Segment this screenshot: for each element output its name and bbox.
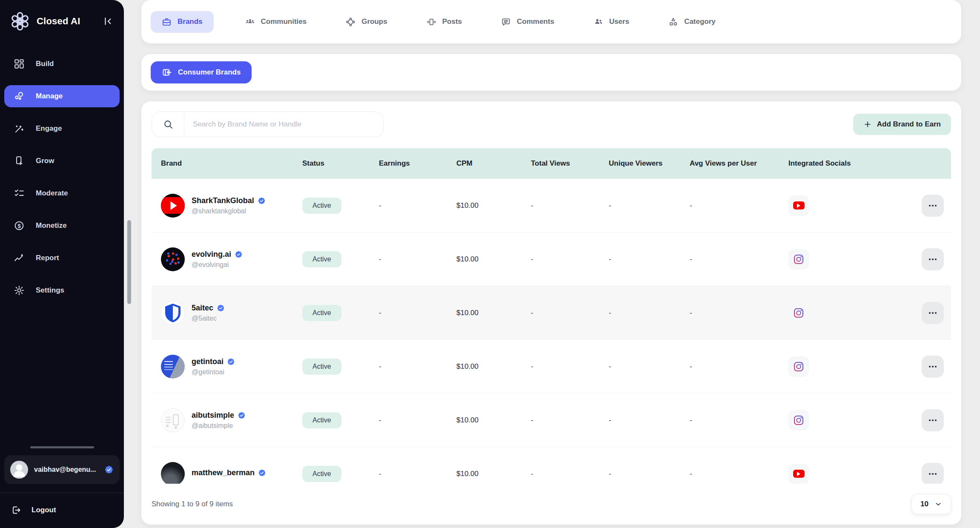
sidebar-drag-handle[interactable]	[30, 446, 94, 448]
cpm-cell: $10.00	[447, 201, 522, 210]
socials-cell	[779, 195, 912, 216]
brand-cell: getintoai @getintoai	[152, 355, 293, 379]
status-badge: Active	[302, 466, 341, 482]
avg-views-cell: -	[680, 470, 779, 478]
cpm-cell: $10.00	[447, 416, 522, 425]
earnings-cell: -	[370, 201, 447, 210]
actions-cell	[912, 463, 951, 484]
status-badge: Active	[302, 359, 341, 375]
brand-avatar	[161, 194, 185, 218]
row-more-button[interactable]	[922, 195, 944, 217]
filter-card: Consumer Brands	[141, 54, 961, 91]
tab-comments[interactable]: Comments	[493, 11, 562, 33]
row-more-button[interactable]	[922, 356, 944, 378]
sidebar-item-label: Grow	[36, 157, 54, 165]
tab-communities[interactable]: Communities	[238, 11, 315, 33]
sidebar-item-build[interactable]: Build	[4, 53, 120, 75]
sidebar-item-label: Engage	[36, 124, 62, 133]
status-cell: Active	[293, 412, 370, 428]
page-size-select[interactable]: 10	[911, 494, 951, 514]
logout-label: Logout	[32, 506, 56, 514]
sidebar-item-manage[interactable]: Manage	[4, 85, 120, 107]
briefcase-icon	[162, 17, 172, 27]
card-arrow-left-icon	[162, 67, 172, 77]
row-more-button[interactable]	[922, 463, 944, 484]
total-views-cell: -	[522, 362, 599, 371]
tab-groups[interactable]: Groups	[338, 11, 395, 33]
verified-badge-icon	[258, 469, 266, 477]
brand-search[interactable]	[152, 112, 384, 137]
status-cell: Active	[293, 359, 370, 375]
socials-cell	[779, 303, 912, 323]
user-account-chip[interactable]: vaibhav@begenu...	[4, 455, 120, 484]
brand-avatar	[161, 408, 185, 432]
table-row: SharkTankGlobal @sharktankglobal Active …	[152, 179, 951, 232]
socials-cell	[779, 356, 912, 377]
table-row: getintoai @getintoai Active - $10.00 - -…	[152, 340, 951, 393]
actions-cell	[912, 356, 951, 378]
row-more-button[interactable]	[922, 248, 944, 270]
tab-brands[interactable]: Brands	[151, 11, 214, 33]
sidebar: Closed AI Build Manage Engage	[0, 0, 124, 528]
sidebar-scrollbar-thumb[interactable]	[127, 220, 131, 304]
sidebar-item-monetize[interactable]: $ Monetize	[4, 215, 120, 237]
sidebar-item-report[interactable]: Report	[4, 247, 120, 269]
row-more-button[interactable]	[922, 409, 944, 431]
total-views-cell: -	[522, 255, 599, 264]
chevron-down-icon	[934, 500, 942, 508]
instagram-icon	[788, 410, 809, 430]
actions-cell	[912, 409, 951, 431]
search-input[interactable]	[184, 120, 383, 129]
tab-users[interactable]: Users	[586, 11, 637, 33]
total-views-cell: -	[522, 201, 599, 210]
brand-cell: matthew_berman	[152, 462, 293, 484]
table-row: matthew_berman Active - $10.00 - - -	[152, 447, 951, 484]
app-title: Closed AI	[37, 16, 96, 27]
sidebar-item-grow[interactable]: Grow	[4, 150, 120, 172]
status-cell: Active	[293, 251, 370, 267]
tab-posts[interactable]: Posts	[419, 11, 470, 33]
instagram-icon	[788, 303, 809, 323]
column-header-status: Status	[293, 159, 370, 168]
verified-badge-icon	[227, 358, 235, 366]
earnings-cell: -	[370, 416, 447, 425]
logout-button[interactable]: Logout	[0, 493, 124, 517]
actions-cell	[912, 302, 951, 324]
status-cell: Active	[293, 305, 370, 321]
total-views-cell: -	[522, 470, 599, 478]
sidebar-item-label: Build	[36, 60, 54, 68]
cpm-cell: $10.00	[447, 470, 522, 478]
cpm-cell: $10.00	[447, 362, 522, 371]
speech-bubble-icon	[501, 17, 511, 27]
earnings-cell: -	[370, 255, 447, 264]
network-icon	[346, 17, 355, 27]
brand-handle: @getintoai	[192, 368, 235, 376]
consumer-brands-button[interactable]: Consumer Brands	[151, 61, 252, 83]
sidebar-item-label: Settings	[36, 286, 64, 295]
youtube-icon	[788, 464, 809, 484]
youtube-icon	[788, 195, 809, 216]
unique-viewers-cell: -	[599, 255, 680, 264]
brand-avatar	[161, 355, 185, 379]
brand-handle: @aibutsimple	[192, 422, 246, 430]
brand-name: getintoai	[192, 357, 224, 366]
plus-icon	[863, 120, 872, 129]
phone-play-icon	[14, 155, 25, 166]
sidebar-collapse-icon[interactable]	[103, 16, 114, 27]
add-brand-button[interactable]: Add Brand to Earn	[853, 114, 951, 135]
sidebar-item-settings[interactable]: Settings	[4, 279, 120, 301]
tab-category[interactable]: Category	[661, 11, 723, 33]
pagination-summary: Showing 1 to 9 of 9 items	[152, 500, 233, 508]
sidebar-item-moderate[interactable]: Moderate	[4, 182, 120, 204]
sidebar-item-engage[interactable]: Engage	[4, 118, 120, 140]
row-more-button[interactable]	[922, 302, 944, 324]
verified-badge-icon	[235, 250, 243, 258]
brands-panel: Add Brand to Earn Brand Status Earnings …	[141, 101, 961, 525]
logout-icon	[11, 505, 21, 515]
socials-cell	[779, 249, 912, 270]
tab-label: Groups	[361, 17, 387, 26]
avg-views-cell: -	[680, 255, 779, 264]
actions-cell	[912, 248, 951, 270]
instagram-icon	[788, 356, 809, 377]
column-header-integrated-socials: Integrated Socials	[779, 159, 912, 168]
